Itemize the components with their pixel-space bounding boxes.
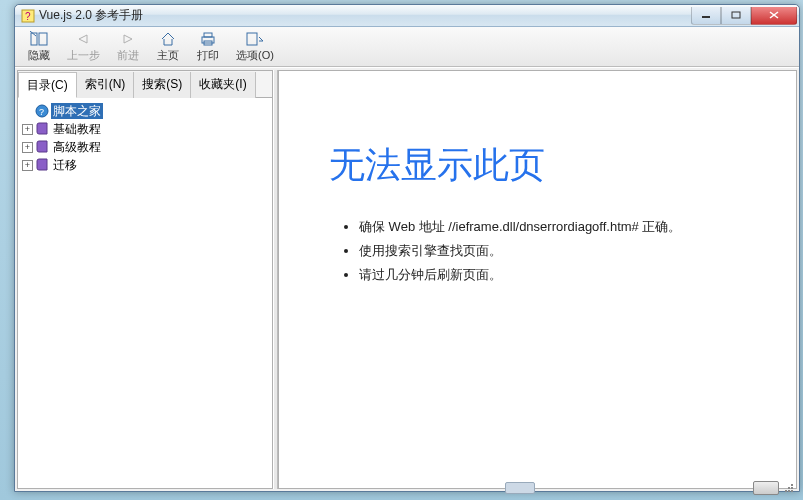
svg-text:?: ? xyxy=(39,107,44,117)
home-button[interactable]: 主页 xyxy=(150,28,186,65)
book-icon xyxy=(35,140,49,154)
nav-tabs: 目录(C) 索引(N) 搜索(S) 收藏夹(I) xyxy=(18,71,272,98)
toolbar-label: 选项(O) xyxy=(236,48,274,63)
tree-label: 高级教程 xyxy=(51,139,103,155)
svg-rect-17 xyxy=(791,487,793,489)
error-bullet: 请过几分钟后刷新页面。 xyxy=(359,266,776,284)
tree-label: 迁移 xyxy=(51,157,79,173)
window-controls xyxy=(691,7,797,25)
toolbar-label: 上一步 xyxy=(67,48,100,63)
expander-placeholder xyxy=(22,106,33,117)
toolbar-label: 主页 xyxy=(157,48,179,63)
tab-favorites[interactable]: 收藏夹(I) xyxy=(191,72,255,98)
tab-index[interactable]: 索引(N) xyxy=(77,72,135,98)
tree-item[interactable]: + 高级教程 xyxy=(20,138,270,156)
page-icon: ? xyxy=(35,104,49,118)
app-icon: ? xyxy=(21,9,35,23)
navigation-pane: 目录(C) 索引(N) 搜索(S) 收藏夹(I) ? 脚本之家 + 基础教程 + xyxy=(17,70,273,489)
hide-nav-button[interactable]: 隐藏 xyxy=(21,28,57,65)
back-button[interactable]: 上一步 xyxy=(61,28,106,65)
tree-label: 脚本之家 xyxy=(51,103,103,119)
resize-grip-icon[interactable] xyxy=(781,480,797,496)
svg-rect-3 xyxy=(732,12,740,18)
print-button[interactable]: 打印 xyxy=(190,28,226,65)
error-bullet: 确保 Web 地址 //ieframe.dll/dnserrordiagoff.… xyxy=(359,218,776,236)
error-bullet: 使用搜索引擎查找页面。 xyxy=(359,242,776,260)
ime-indicator[interactable] xyxy=(753,481,779,495)
book-icon xyxy=(35,158,49,172)
window-title: Vue.js 2.0 参考手册 xyxy=(39,7,691,24)
content-pane[interactable]: 无法显示此页 确保 Web 地址 //ieframe.dll/dnserrord… xyxy=(278,70,797,489)
svg-rect-19 xyxy=(788,490,790,492)
svg-rect-7 xyxy=(39,33,47,45)
main-body: 目录(C) 索引(N) 搜索(S) 收藏夹(I) ? 脚本之家 + 基础教程 + xyxy=(15,67,799,491)
statusbar xyxy=(753,480,797,496)
svg-rect-16 xyxy=(788,487,790,489)
error-heading: 无法显示此页 xyxy=(329,141,776,190)
contents-tree[interactable]: ? 脚本之家 + 基础教程 + 高级教程 + 迁移 xyxy=(18,98,272,488)
forward-button[interactable]: 前进 xyxy=(110,28,146,65)
tree-label: 基础教程 xyxy=(51,121,103,137)
tree-item[interactable]: + 迁移 xyxy=(20,156,270,174)
close-button[interactable] xyxy=(751,7,797,25)
expand-icon[interactable]: + xyxy=(22,142,33,153)
hide-icon xyxy=(30,30,48,48)
svg-rect-15 xyxy=(791,484,793,486)
minimize-button[interactable] xyxy=(691,7,721,25)
scroll-thumb[interactable] xyxy=(505,482,535,494)
options-button[interactable]: 选项(O) xyxy=(230,28,280,65)
maximize-button[interactable] xyxy=(721,7,751,25)
tree-item[interactable]: + 基础教程 xyxy=(20,120,270,138)
svg-rect-20 xyxy=(791,490,793,492)
svg-text:?: ? xyxy=(25,11,31,22)
tab-search[interactable]: 搜索(S) xyxy=(134,72,191,98)
toolbar: 隐藏 上一步 前进 主页 打印 选项(O) xyxy=(15,27,799,67)
forward-icon xyxy=(119,30,137,48)
tab-contents[interactable]: 目录(C) xyxy=(18,72,77,98)
options-icon xyxy=(245,30,265,48)
toolbar-label: 前进 xyxy=(117,48,139,63)
back-icon xyxy=(75,30,93,48)
print-icon xyxy=(199,30,217,48)
toolbar-label: 隐藏 xyxy=(28,48,50,63)
expand-icon[interactable]: + xyxy=(22,160,33,171)
home-icon xyxy=(159,30,177,48)
toolbar-label: 打印 xyxy=(197,48,219,63)
book-icon xyxy=(35,122,49,136)
tree-item[interactable]: ? 脚本之家 xyxy=(20,102,270,120)
svg-rect-18 xyxy=(785,490,787,492)
error-list: 确保 Web 地址 //ieframe.dll/dnserrordiagoff.… xyxy=(359,218,776,284)
horizontal-scrollbar[interactable] xyxy=(276,480,763,496)
titlebar[interactable]: ? Vue.js 2.0 参考手册 xyxy=(15,5,799,27)
expand-icon[interactable]: + xyxy=(22,124,33,135)
app-window: ? Vue.js 2.0 参考手册 隐藏 上一步 前进 主页 打印 xyxy=(14,4,800,492)
svg-rect-12 xyxy=(247,33,257,45)
svg-rect-10 xyxy=(204,33,212,37)
